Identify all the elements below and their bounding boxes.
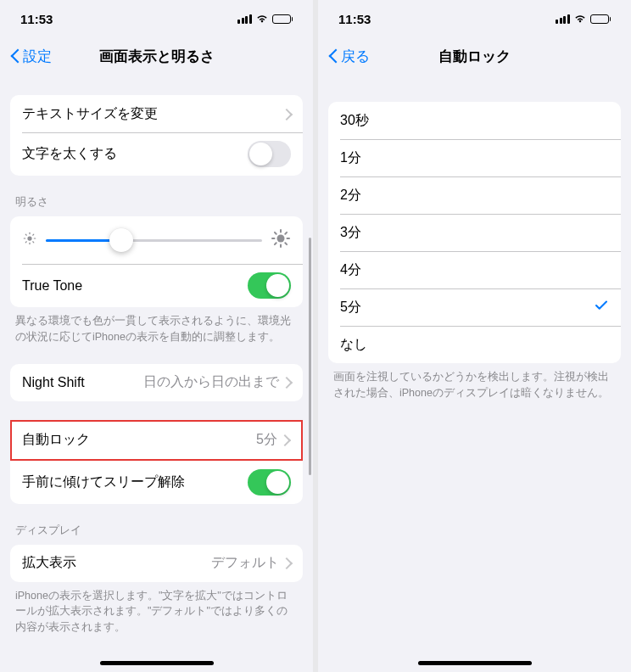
sun-small-icon	[22, 231, 37, 249]
svg-line-14	[275, 232, 276, 234]
toggle-raise[interactable]	[248, 469, 291, 496]
cellular-icon	[556, 14, 570, 24]
status-icons	[237, 12, 293, 26]
chevron-right-icon	[284, 557, 291, 568]
back-button[interactable]: 戻る	[328, 47, 370, 66]
row-bold-text[interactable]: 文字を太くする	[10, 132, 303, 176]
option-row[interactable]: 1分	[328, 139, 621, 176]
option-row[interactable]: 30秒	[328, 102, 621, 139]
home-indicator[interactable]	[418, 661, 532, 665]
toggle-truetone[interactable]	[248, 272, 291, 299]
row-value: 5分	[256, 431, 277, 449]
option-label: 30秒	[340, 112, 609, 130]
svg-point-9	[277, 235, 285, 243]
back-label: 設定	[23, 47, 52, 66]
row-label: 文字を太くする	[22, 145, 248, 163]
row-label: テキストサイズを変更	[22, 105, 284, 123]
device-display-settings: 11:53 設定 画面表示と明るさ テキストサイズを変更	[0, 0, 313, 672]
status-time: 11:53	[338, 12, 371, 26]
chevron-right-icon	[284, 377, 291, 388]
row-brightness-slider	[10, 216, 303, 264]
status-icons	[556, 12, 611, 26]
svg-line-8	[33, 234, 34, 235]
svg-line-6	[33, 242, 34, 243]
row-label: Night Shift	[22, 375, 143, 390]
option-row[interactable]: 2分	[328, 176, 621, 214]
svg-point-0	[27, 236, 31, 240]
option-row[interactable]: 4分	[328, 251, 621, 288]
nav-bar: 戻る 自動ロック	[318, 37, 631, 75]
settings-content: テキストサイズを変更 文字を太くする 明るさ	[0, 75, 313, 636]
cellular-icon	[237, 14, 252, 24]
back-button[interactable]: 設定	[10, 47, 52, 66]
row-auto-lock[interactable]: 自動ロック 5分	[12, 422, 301, 459]
options-list: 30秒1分2分3分4分5分なし	[328, 102, 621, 363]
svg-line-5	[25, 234, 26, 235]
svg-line-15	[285, 243, 287, 244]
home-indicator[interactable]	[100, 661, 214, 665]
row-label: 自動ロック	[22, 431, 256, 449]
checkmark-icon	[594, 298, 609, 316]
row-raise-to-wake[interactable]: 手前に傾けてスリープ解除	[10, 461, 303, 504]
svg-line-17	[285, 232, 287, 234]
display-group: ディスプレイ 拡大表示 デフォルト iPhoneの表示を選択します。"文字を拡大…	[0, 523, 313, 636]
option-label: なし	[340, 336, 609, 354]
autolock-content: 30秒1分2分3分4分5分なし 画面を注視しているかどうかを検出します。注視が検…	[318, 75, 631, 401]
svg-line-7	[25, 242, 26, 243]
group-footer-autolock: 画面を注視しているかどうかを検出します。注視が検出された場合、iPhoneのディ…	[318, 363, 631, 401]
scroll-indicator[interactable]	[309, 238, 311, 475]
chevron-left-icon	[10, 48, 20, 64]
sun-large-icon	[271, 228, 291, 252]
row-label: True Tone	[22, 278, 248, 294]
row-night-shift[interactable]: Night Shift 日の入から日の出まで	[10, 364, 303, 401]
status-time: 11:53	[20, 12, 53, 26]
status-bar: 11:53	[0, 0, 313, 37]
chevron-left-icon	[328, 48, 338, 64]
row-value: 日の入から日の出まで	[143, 373, 279, 391]
row-display-zoom[interactable]: 拡大表示 デフォルト	[10, 545, 303, 582]
battery-icon	[272, 14, 293, 24]
group-footer-display: iPhoneの表示を選択します。"文字を拡大"ではコントロールが拡大表示されます…	[0, 582, 313, 636]
nightshift-group: Night Shift 日の入から日の出まで	[0, 364, 313, 401]
option-label: 2分	[340, 187, 609, 204]
text-group: テキストサイズを変更 文字を太くする	[0, 95, 313, 176]
wifi-icon	[573, 12, 587, 26]
option-label: 3分	[340, 224, 609, 242]
option-row[interactable]: 3分	[328, 214, 621, 251]
row-text-size[interactable]: テキストサイズを変更	[10, 95, 303, 132]
wifi-icon	[255, 12, 269, 26]
chevron-right-icon	[282, 434, 289, 445]
option-label: 5分	[340, 299, 594, 316]
option-row[interactable]: なし	[328, 326, 621, 363]
row-true-tone[interactable]: True Tone	[10, 264, 303, 307]
row-value: デフォルト	[211, 554, 279, 572]
option-row[interactable]: 5分	[328, 288, 621, 326]
group-footer-brightness: 異なる環境でも色が一貫して表示されるように、環境光の状況に応じてiPhoneの表…	[0, 307, 313, 345]
row-label: 拡大表示	[22, 554, 211, 572]
device-autolock: 11:53 戻る 自動ロック 30秒1分2分3分4分5分なし 画面を注視している…	[318, 0, 631, 672]
toggle-bold[interactable]	[248, 141, 291, 167]
option-label: 4分	[340, 261, 609, 279]
chevron-right-icon	[284, 109, 291, 120]
status-bar: 11:53	[318, 0, 631, 37]
group-header-brightness: 明るさ	[0, 194, 313, 216]
highlight-autolock: 自動ロック 5分	[10, 420, 303, 461]
group-header-display: ディスプレイ	[0, 523, 313, 545]
svg-line-16	[275, 243, 276, 244]
brightness-group: 明るさ	[0, 194, 313, 345]
options-group: 30秒1分2分3分4分5分なし 画面を注視しているかどうかを検出します。注視が検…	[318, 102, 631, 401]
back-label: 戻る	[341, 47, 370, 66]
row-label: 手前に傾けてスリープ解除	[22, 473, 248, 491]
brightness-slider[interactable]	[46, 239, 262, 242]
autolock-group: 自動ロック 5分 手前に傾けてスリープ解除	[0, 420, 313, 504]
battery-icon	[590, 14, 611, 24]
option-label: 1分	[340, 149, 609, 167]
nav-bar: 設定 画面表示と明るさ	[0, 37, 313, 75]
